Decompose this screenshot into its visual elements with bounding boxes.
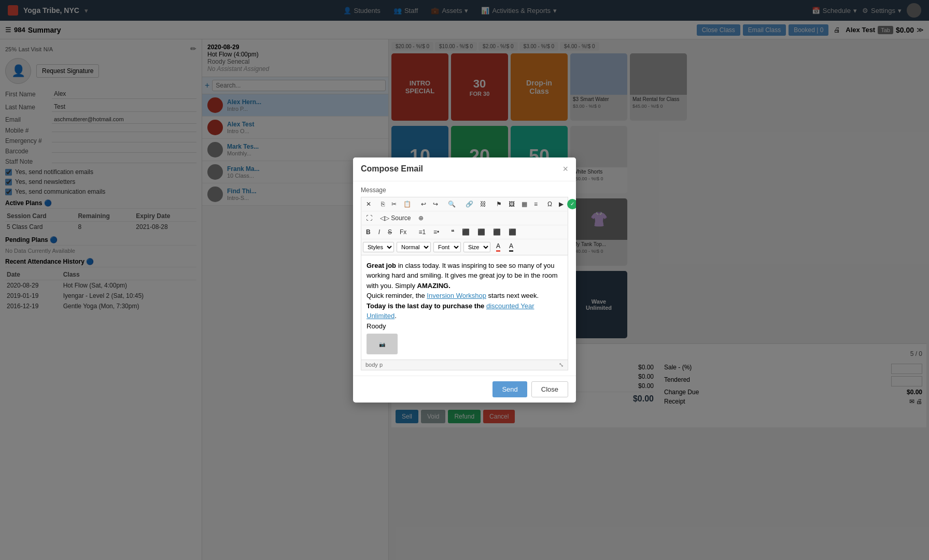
toolbar-table-btn[interactable]: ▦ [518, 199, 530, 209]
toolbar-source-btn[interactable]: ◁▷ Source [377, 213, 414, 223]
toolbar-find-btn[interactable]: 🔍 [445, 199, 459, 209]
toolbar-special-btn[interactable]: Ω [544, 199, 555, 209]
toolbar-align-center-btn[interactable]: ⬛ [474, 227, 488, 237]
toolbar-align-justify-btn[interactable]: ⬛ [505, 227, 519, 237]
toolbar-unlink-btn[interactable]: ⛓ [477, 199, 489, 209]
source-icon: ◁▷ [380, 214, 389, 222]
editor-toolbar-row2: ⛶ ◁▷ Source ⊕ [361, 211, 568, 225]
normal-select[interactable]: Normal [397, 242, 431, 252]
toolbar-quote-btn[interactable]: ❝ [448, 227, 457, 237]
resize-handle[interactable]: ⤡ [559, 362, 564, 368]
toolbar-image-btn[interactable]: 🖼 [505, 199, 518, 209]
toolbar-link-btn[interactable]: 🔗 [462, 199, 476, 209]
toolbar-undo-btn[interactable]: ↩ [418, 199, 429, 209]
toolbar-italic-btn[interactable]: I [375, 227, 383, 237]
editor-signature: Roody [367, 321, 562, 332]
editor-line2: Quick reminder, the Inversion Workshop s… [367, 291, 562, 301]
toolbar-cut-btn[interactable]: ✂ [388, 199, 400, 209]
toolbar-ul-btn[interactable]: ≡• [430, 227, 442, 237]
compose-email-modal: Compose Email × Message ✕ ⎘ ✂ 📋 ↩ ↪ 🔍 [353, 157, 576, 403]
toolbar-anchor-btn[interactable]: ⚑ [493, 199, 505, 209]
toolbar-bold-btn[interactable]: B [363, 227, 374, 237]
font-select[interactable]: Font [433, 242, 461, 252]
editor-inversion-link[interactable]: Inversion Workshop [427, 292, 486, 299]
modal-overlay: Compose Email × Message ✕ ⎘ ✂ 📋 ↩ ↪ 🔍 [0, 0, 929, 560]
toolbar-video-btn[interactable]: ▶ [556, 199, 567, 209]
editor-toolbar-row3: B I S Fx ≡1 ≡• ❝ ⬛ ⬛ ⬛ ⬛ [361, 225, 568, 239]
modal-body: Message ✕ ⎘ ✂ 📋 ↩ ↪ 🔍 🔗 ⛓ [353, 181, 576, 376]
editor-content-area[interactable]: Great job in class today. It was inspiri… [361, 255, 568, 361]
modal-close-btn[interactable]: × [562, 164, 568, 175]
message-label: Message [361, 186, 568, 194]
editor-line3: Today is the last day to purchase the di… [367, 301, 562, 321]
editor-status-bar: body p ⤡ [361, 360, 568, 370]
toolbar-redo-btn[interactable]: ↪ [430, 199, 441, 209]
toolbar-template-btn[interactable]: ⊕ [415, 213, 427, 223]
editor-line1: Great job in class today. It was inspiri… [367, 261, 562, 291]
editor-toolbar-row4: Styles Normal Font Size A A [361, 239, 568, 255]
toolbar-copy-btn[interactable]: ⎘ [378, 199, 388, 209]
close-btn[interactable]: Close [531, 381, 568, 397]
modal-footer: Send Close [353, 376, 576, 403]
toolbar-ol-btn[interactable]: ≡1 [415, 227, 429, 237]
toolbar-font-color-btn[interactable]: A [493, 241, 503, 253]
styles-select[interactable]: Styles [363, 242, 394, 252]
toolbar-removeformat-btn[interactable]: Fx [397, 227, 410, 237]
send-btn[interactable]: Send [492, 381, 527, 397]
toolbar-bg-color-btn[interactable]: A [506, 241, 516, 253]
toolbar-close-btn[interactable]: ✕ [363, 199, 374, 209]
modal-title: Compose Email [361, 164, 423, 174]
toolbar-fullscreen-btn[interactable]: ⛶ [363, 213, 375, 223]
toolbar-paste-btn[interactable]: 📋 [400, 199, 414, 209]
toolbar-check-btn[interactable]: ✓ [567, 199, 576, 209]
toolbar-align-right-btn[interactable]: ⬛ [490, 227, 504, 237]
modal-header: Compose Email × [353, 157, 576, 181]
status-body: body p [365, 362, 383, 368]
editor-signature-image: 📷 [367, 334, 398, 354]
size-select[interactable]: Size [463, 242, 490, 252]
toolbar-strike-btn[interactable]: S [385, 227, 395, 237]
toolbar-align-left-btn[interactable]: ⬛ [459, 227, 473, 237]
editor-toolbar-row1: ✕ ⎘ ✂ 📋 ↩ ↪ 🔍 🔗 ⛓ ⚑ 🖼 ▦ [361, 197, 568, 211]
toolbar-list-btn[interactable]: ≡ [531, 199, 541, 209]
